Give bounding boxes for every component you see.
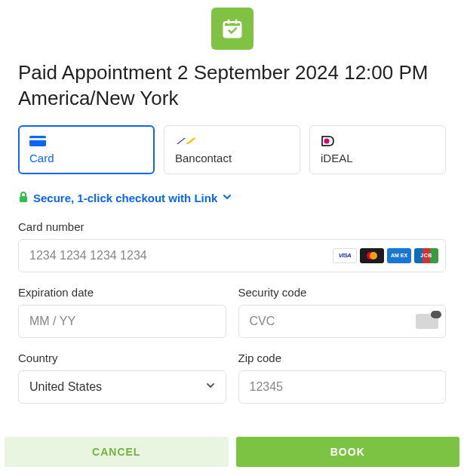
- svg-point-10: [370, 252, 377, 259]
- bancontact-icon: [175, 135, 289, 147]
- security-code-label: Security code: [238, 286, 447, 299]
- tab-ideal-label: iDEAL: [321, 152, 435, 164]
- tab-ideal[interactable]: iDEAL: [309, 125, 446, 174]
- visa-icon: VISA: [333, 248, 357, 263]
- expiration-group: Expiration date: [18, 286, 226, 338]
- zip-label: Zip code: [238, 352, 447, 364]
- tab-bancontact[interactable]: Bancontact: [164, 125, 300, 174]
- footer-actions: CANCEL BOOK: [0, 437, 464, 467]
- expiration-input[interactable]: [18, 305, 226, 338]
- lock-icon: [18, 191, 29, 205]
- link-checkout-text: Secure, 1-click checkout with Link: [33, 192, 217, 204]
- payment-method-tabs: Card Bancontact iDEAL: [18, 125, 446, 174]
- book-button[interactable]: BOOK: [236, 437, 460, 467]
- svg-rect-3: [227, 20, 229, 24]
- link-checkout-toggle[interactable]: Secure, 1-click checkout with Link: [18, 191, 446, 205]
- security-code-group: Security code: [238, 286, 447, 338]
- calendar-check-icon: [211, 8, 254, 50]
- jcb-icon: JCB: [414, 248, 438, 263]
- card-icon: [29, 135, 143, 147]
- svg-rect-8: [20, 196, 27, 202]
- svg-rect-6: [29, 138, 46, 140]
- card-number-label: Card number: [18, 220, 446, 233]
- amex-icon: AM EX: [387, 248, 411, 263]
- tab-card-label: Card: [29, 152, 143, 164]
- country-group: Country United States: [18, 352, 226, 404]
- card-number-group: Card number VISA AM EX JCB: [18, 220, 446, 272]
- chevron-down-icon: [222, 192, 232, 204]
- cancel-button[interactable]: CANCEL: [5, 437, 229, 467]
- expiration-label: Expiration date: [18, 286, 226, 299]
- security-code-input[interactable]: [238, 305, 447, 338]
- card-brand-icons: VISA AM EX JCB: [333, 248, 438, 263]
- country-select[interactable]: United States: [18, 370, 226, 404]
- ideal-icon: [321, 135, 435, 147]
- svg-rect-4: [235, 20, 237, 24]
- app-logo-wrap: [18, 0, 446, 60]
- zip-input[interactable]: [238, 370, 447, 404]
- tab-card[interactable]: Card: [18, 125, 155, 174]
- country-label: Country: [18, 352, 226, 364]
- tab-bancontact-label: Bancontact: [175, 152, 289, 164]
- page-title: Paid Appointment 2 September 2024 12:00 …: [18, 60, 446, 112]
- cvc-card-icon: [416, 314, 438, 329]
- zip-group: Zip code: [238, 352, 447, 404]
- mastercard-icon: [360, 248, 384, 263]
- svg-point-7: [324, 138, 330, 143]
- svg-rect-5: [29, 136, 46, 146]
